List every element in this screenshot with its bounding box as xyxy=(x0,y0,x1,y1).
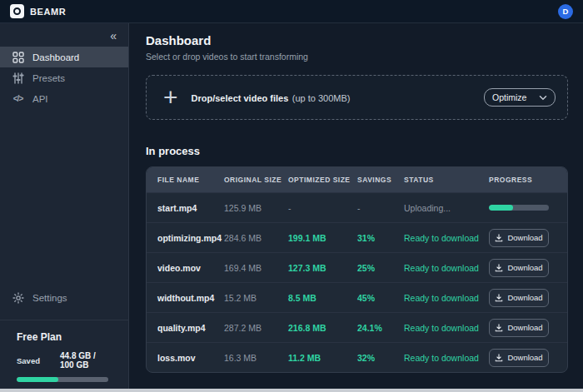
cell-file-name: loss.mov xyxy=(157,353,224,363)
plan-saved-label: Saved xyxy=(17,356,40,365)
table-body: start.mp4 125.9 MB - - Uploading... opti… xyxy=(147,192,567,372)
cell-savings: 31% xyxy=(357,233,404,243)
plan-saved-value: 44.8 GB / 100 GB xyxy=(60,351,112,370)
download-button[interactable]: Download xyxy=(489,229,549,247)
cell-progress: Download xyxy=(489,229,567,247)
topbar: BEAMR D xyxy=(0,0,583,23)
user-avatar[interactable]: D xyxy=(558,4,573,19)
mode-select-value: Optimize xyxy=(492,92,526,102)
cell-status: Ready to download xyxy=(404,293,489,303)
cell-progress: Download xyxy=(489,319,567,337)
cell-original-size: 125.9 MB xyxy=(224,203,288,213)
column-header: OPTIMIZED SIZE xyxy=(288,176,357,184)
cell-status: Uploading... xyxy=(404,203,489,213)
cell-status: Ready to download xyxy=(404,323,489,333)
cell-file-name: video.mov xyxy=(157,263,224,273)
cell-optimized-size: 8.5 MB xyxy=(288,293,357,303)
table-row: widthout.mp4 15.2 MB 8.5 MB 45% Ready to… xyxy=(147,282,567,312)
column-header: SAVINGS xyxy=(357,176,404,184)
download-label: Download xyxy=(507,263,542,272)
settings-label: Settings xyxy=(32,293,67,303)
cell-savings: - xyxy=(357,203,404,213)
cell-file-name: quality.mp4 xyxy=(157,323,224,333)
cell-status: Ready to download xyxy=(404,263,489,273)
download-button[interactable]: Download xyxy=(489,289,549,307)
cell-optimized-size: 127.3 MB xyxy=(288,263,357,273)
brand[interactable]: BEAMR xyxy=(10,4,66,18)
sidebar-item-label: Dashboard xyxy=(32,52,79,62)
table-row: video.mov 169.4 MB 127.3 MB 25% Ready to… xyxy=(147,252,567,282)
cell-progress: Download xyxy=(489,349,567,367)
table-row: quality.mp4 287.2 MB 216.8 MB 24.1% Read… xyxy=(147,312,567,342)
download-icon xyxy=(495,234,503,242)
brand-name: BEAMR xyxy=(30,7,66,17)
plan-progress-bar xyxy=(17,377,108,382)
download-label: Download xyxy=(507,233,542,242)
column-header: STATUS xyxy=(404,176,489,184)
sidebar-item-label: API xyxy=(32,94,48,104)
sidebar-collapse-icon[interactable]: « xyxy=(110,30,117,42)
plan-progress-fill xyxy=(17,377,58,382)
cell-savings: 32% xyxy=(357,353,404,363)
download-label: Download xyxy=(507,323,542,332)
chevron-down-icon xyxy=(539,95,547,101)
beamr-logo-icon xyxy=(10,4,24,18)
cell-progress: Download xyxy=(489,259,567,277)
cell-file-name: start.mp4 xyxy=(157,203,224,213)
download-button[interactable]: Download xyxy=(489,319,549,337)
cell-optimized-size: 11.2 MB xyxy=(288,353,357,363)
table-row: optimizing.mp4 284.6 MB 199.1 MB 31% Rea… xyxy=(147,222,567,252)
in-process-table: FILE NAME ORIGINAL SIZE OPTIMIZED SIZE S… xyxy=(146,166,568,373)
column-header: FILE NAME xyxy=(157,176,224,184)
dropzone-note: (up to 300MB) xyxy=(292,93,351,103)
cell-file-name: optimizing.mp4 xyxy=(157,233,224,243)
main-content: Dashboard Select or drop videos to start… xyxy=(129,23,583,392)
cell-savings: 45% xyxy=(357,293,404,303)
upload-progress-bar xyxy=(489,205,549,211)
download-icon xyxy=(495,264,503,272)
sliders-icon xyxy=(12,72,24,84)
download-button[interactable]: Download xyxy=(489,349,549,367)
column-header: PROGRESS xyxy=(489,176,567,184)
cell-savings: 25% xyxy=(357,263,404,273)
table-row: start.mp4 125.9 MB - - Uploading... xyxy=(147,192,567,222)
plus-icon: + xyxy=(163,85,178,110)
download-icon xyxy=(495,354,503,362)
sidebar-item-label: Presets xyxy=(32,73,65,83)
download-label: Download xyxy=(507,353,542,362)
dropzone[interactable]: + Drop/select video files (up to 300MB) … xyxy=(146,75,568,120)
horizontal-scrollbar[interactable] xyxy=(0,389,583,392)
cell-original-size: 284.6 MB xyxy=(224,233,288,243)
grid-icon xyxy=(12,51,24,63)
sidebar-nav: Dashboard Presets </> API xyxy=(0,47,128,109)
sidebar-item-presets[interactable]: Presets xyxy=(0,67,128,88)
code-icon: </> xyxy=(12,92,24,105)
page-title: Dashboard xyxy=(146,33,568,47)
cell-original-size: 16.3 MB xyxy=(224,353,288,363)
table-header: FILE NAME ORIGINAL SIZE OPTIMIZED SIZE S… xyxy=(147,167,567,192)
cell-original-size: 169.4 MB xyxy=(224,263,288,273)
sidebar-item-dashboard[interactable]: Dashboard xyxy=(0,47,128,67)
plan-panel: Free Plan Saved 44.8 GB / 100 GB xyxy=(0,320,128,392)
cell-status: Ready to download xyxy=(404,233,489,243)
sidebar-item-api[interactable]: </> API xyxy=(0,88,128,109)
download-button[interactable]: Download xyxy=(489,259,549,277)
cell-original-size: 15.2 MB xyxy=(224,293,288,303)
cell-progress: Download xyxy=(489,289,567,307)
download-icon xyxy=(495,294,503,302)
plan-name: Free Plan xyxy=(17,331,112,343)
page-subtitle: Select or drop videos to start transform… xyxy=(146,52,568,62)
gear-icon xyxy=(12,291,24,304)
dropzone-label: Drop/select video files xyxy=(192,93,289,103)
column-header: ORIGINAL SIZE xyxy=(224,176,288,184)
cell-optimized-size: 216.8 MB xyxy=(288,323,357,333)
cell-optimized-size: 199.1 MB xyxy=(288,233,357,243)
cell-file-name: widthout.mp4 xyxy=(157,293,224,303)
sidebar-item-settings[interactable]: Settings xyxy=(0,287,128,308)
cell-original-size: 287.2 MB xyxy=(224,323,288,333)
cell-progress xyxy=(489,205,567,211)
sidebar: « Dashboard Presets xyxy=(0,23,129,392)
cell-status: Ready to download xyxy=(404,353,489,363)
mode-select[interactable]: Optimize xyxy=(484,88,556,107)
section-title: In process xyxy=(146,145,568,157)
